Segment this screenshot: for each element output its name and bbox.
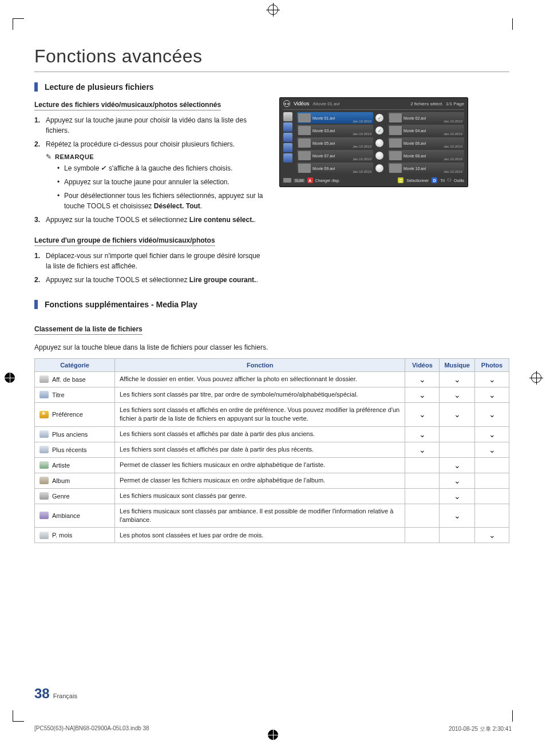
cell-photos: ⌄: [475, 387, 509, 402]
table-row: Artiste Permet de classer les fichiers m…: [35, 457, 509, 473]
cell-music: ⌄: [440, 488, 475, 504]
page-title: Fonctions avancées: [34, 46, 509, 67]
sort-icon: [283, 153, 292, 163]
button-c-icon: C: [398, 177, 403, 183]
tv-file-item: Movie 03.avi Jan.10.2010: [297, 125, 373, 136]
section-header: Fonctions supplémentaires - Media Play: [34, 300, 509, 309]
cell-photos: ⌄: [475, 371, 509, 387]
file-title: Movie 06.avi: [403, 141, 426, 145]
step-item: 3. Appuyez sur la touche TOOLS et sélect…: [34, 215, 263, 225]
cell-videos: [405, 528, 440, 543]
thumbnail-icon: [389, 138, 402, 148]
step-number: 1.: [34, 115, 46, 136]
col-category: Catégorie: [35, 358, 115, 371]
cell-function: Les fichiers musicaux sont classés par a…: [115, 504, 405, 528]
step-item: 1. Appuyez sur la touche jaune pour choi…: [34, 115, 263, 136]
tv-file-item: Movie 09.avi Jan.10.2010: [297, 163, 373, 174]
cell-function: Permet de classer les fichiers musicaux …: [115, 473, 405, 488]
tv-file-item: Movie 05.avi Jan.10.2010: [297, 137, 373, 149]
check-icon: ✓: [100, 163, 107, 173]
step-text: Appuyez sur la touche TOOLS et sélection…: [46, 215, 256, 225]
category-icon: [39, 391, 49, 398]
print-timestamp: 2010-08-25 오후 2:30:41: [449, 725, 512, 733]
cell-music: [440, 442, 475, 457]
file-date: Jan.10.2010: [444, 145, 462, 148]
foot-label: Outils: [454, 179, 464, 183]
tv-file-item: Movie 02.avi Jan.10.2010: [388, 112, 464, 124]
cell-photos: ⌄: [475, 528, 509, 543]
checkbox-icon: ✓: [375, 126, 383, 134]
category-icon: [39, 411, 49, 418]
tv-file-item: Movie 07.avi Jan.10.2010: [297, 150, 373, 161]
remark-header: ✎ REMARQUE: [46, 153, 263, 161]
button-d-icon: D: [432, 177, 437, 183]
file-date: Jan.10.2010: [353, 120, 371, 123]
cell-music: ⌄: [440, 473, 475, 488]
section-header: Lecture de plusieurs fichiers: [34, 82, 509, 92]
thumbnail-icon: [389, 151, 402, 160]
cell-function: Affiche le dossier en entier. Vous pouve…: [115, 371, 405, 387]
sort-icon: [283, 122, 292, 132]
folder-icon: [283, 112, 292, 121]
col-function: Fonction: [115, 358, 405, 371]
cell-function: Les fichiers sont classés et affichés pa…: [115, 442, 405, 457]
file-title: Movie 08.avi: [403, 154, 426, 158]
file-date: Jan.10.2010: [444, 157, 462, 161]
left-column: Lecture des fichiers vidéo/musicaux/phot…: [34, 97, 263, 288]
remark-item: Le symbole ✓ s'affiche à la gauche des f…: [57, 163, 263, 173]
tv-file-grid: Movie 01.avi Jan.10.2010✓ Movie 02.avi J…: [297, 112, 464, 174]
foot-label: Tri: [440, 179, 445, 183]
col-videos: Vidéos: [405, 358, 440, 371]
step-text: Appuyez sur la touche jaune pour choisir…: [46, 115, 263, 136]
cell-videos: ⌄: [405, 426, 440, 442]
foot-label: Changer disp.: [315, 179, 341, 183]
cell-function: Les photos sont classées et lues par ord…: [115, 528, 405, 543]
cell-videos: ⌄: [405, 402, 440, 426]
category-icon: [39, 532, 49, 539]
registration-mark-icon: [531, 373, 541, 383]
section-bar-icon: [34, 300, 38, 309]
tv-file-item: Movie 10.avi Jan.10.2010: [388, 163, 464, 174]
cell-photos: [475, 504, 509, 528]
file-date: Jan.10.2010: [353, 132, 371, 136]
section-bar-icon: [34, 82, 38, 92]
thumbnail-icon: [298, 138, 311, 148]
table-row: Genre Les fichiers musicaux sont classés…: [35, 488, 509, 504]
file-title: Movie 03.avi: [312, 129, 335, 133]
category-icon: [39, 446, 49, 453]
file-date: Jan.10.2010: [353, 170, 371, 173]
tv-footer: SUM A Changer disp. C Sélectionner D Tri…: [283, 177, 464, 183]
cell-category: Artiste: [35, 457, 115, 473]
step-text: Appuyez sur la touche TOOLS et sélection…: [46, 275, 258, 285]
table-row: Préférence Les fichiers sont classés et …: [35, 402, 509, 426]
file-title: Movie 09.avi: [312, 167, 335, 171]
category-icon: [39, 430, 49, 438]
category-icon: [39, 477, 49, 484]
step-item: 1. Déplacez-vous sur n'importe quel fich…: [34, 251, 263, 271]
file-date: Jan.10.2010: [353, 157, 371, 161]
step-number: 1.: [34, 251, 46, 271]
step-item: 2. Appuyez sur la touche TOOLS et sélect…: [34, 275, 263, 285]
table-row: P. mois Les photos sont classées et lues…: [35, 528, 509, 543]
cell-photos: ⌄: [475, 402, 509, 426]
table-header-row: Catégorie Fonction Vidéos Musique Photos: [35, 358, 509, 371]
tv-file-item: Movie 08.avi Jan.10.2010: [388, 150, 464, 161]
cell-photos: [475, 457, 509, 473]
table-row: Aff. de base Affiche le dossier en entie…: [35, 371, 509, 387]
page-language: Français: [53, 692, 77, 699]
table-row: Album Permet de classer les fichiers mus…: [35, 473, 509, 488]
cell-videos: [405, 504, 440, 528]
sort-table: Catégorie Fonction Vidéos Musique Photos…: [34, 358, 509, 544]
thumbnail-icon: [389, 126, 402, 135]
tv-file-item: Movie 01.avi Jan.10.2010: [297, 112, 373, 124]
remark-item: Pour désélectionner tous les fichiers sé…: [57, 191, 263, 211]
cell-category: Ambiance: [35, 504, 115, 528]
col-photos: Photos: [475, 358, 509, 371]
table-row: Ambiance Les fichiers musicaux sont clas…: [35, 504, 509, 528]
cell-category: Plus anciens: [35, 426, 115, 442]
tv-file-item: Movie 06.avi Jan.10.2010: [388, 137, 464, 149]
section-title: Lecture de plusieurs fichiers: [45, 82, 154, 92]
checkbox-icon: [375, 139, 383, 147]
category-icon: [39, 375, 49, 383]
cell-music: ⌄: [440, 371, 475, 387]
